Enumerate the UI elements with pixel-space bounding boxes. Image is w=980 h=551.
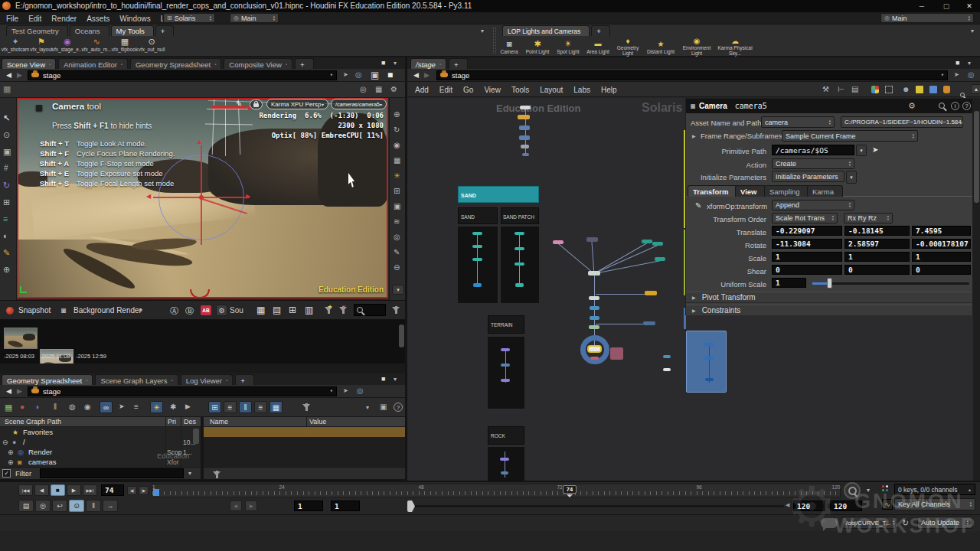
snapshot-thumbnail[interactable] xyxy=(4,328,38,349)
sop-node[interactable] xyxy=(514,247,524,250)
sliders-icon[interactable]: ‖ xyxy=(54,403,57,411)
net-menu-edit[interactable]: Edit xyxy=(439,86,452,94)
gallery-grid-icon[interactable]: ▥ xyxy=(305,305,313,315)
list-icon[interactable]: ▤ xyxy=(851,85,858,93)
shelf-tab-oceans[interactable]: Oceans xyxy=(70,25,109,36)
frame-ruler[interactable]: 1 24 48 72 96 120 74 xyxy=(152,484,841,497)
init-params-button[interactable]: Initialize Parameters xyxy=(772,171,844,182)
gallery-grid-icon[interactable]: ▤ xyxy=(273,305,281,315)
annotate-pencil-icon[interactable]: ✎ xyxy=(236,99,242,108)
col-value[interactable]: Value xyxy=(309,418,326,425)
strip-scrollbar[interactable] xyxy=(399,324,404,347)
key-all-channels-dropdown[interactable]: Key All Channels xyxy=(894,498,975,510)
range-end-field[interactable]: 120 xyxy=(793,500,825,511)
network-box-sand[interactable]: SAND xyxy=(458,207,498,224)
pin-path-icon[interactable]: ➤ xyxy=(954,71,959,78)
scale-x-field[interactable]: 1 xyxy=(772,252,842,262)
tab-geometry-spreadsheet-2[interactable]: Geometry Spreadsheet xyxy=(2,374,93,386)
minimize-button[interactable]: ─ xyxy=(911,0,933,12)
nav-back-icon[interactable]: ◀ xyxy=(6,71,11,79)
lop-node[interactable] xyxy=(590,316,599,320)
col-des[interactable]: Des xyxy=(184,418,196,425)
node-name-field[interactable]: camera5 xyxy=(735,102,767,110)
path-caret-icon[interactable]: ▾ xyxy=(330,72,333,78)
viewport-settings-icon[interactable]: ⚙ xyxy=(390,85,397,93)
lop-node[interactable] xyxy=(519,126,530,130)
col-scene-graph-path[interactable]: Scene Graph Path xyxy=(5,418,61,425)
net-menu-layout[interactable]: Layout xyxy=(540,86,563,94)
col-name[interactable]: Name xyxy=(210,418,228,425)
viewport-display-icon[interactable]: ⊕ xyxy=(394,110,400,119)
nav-forward-icon[interactable]: ▶ xyxy=(424,71,430,79)
expand-icon[interactable]: ⊕ xyxy=(8,458,14,466)
shelf-tool-vfx-flipbook[interactable]: ▦ vfx_flipbook xyxy=(112,37,138,52)
network-container[interactable] xyxy=(488,447,524,481)
list-mode-icon[interactable]: ≡ xyxy=(134,403,139,411)
network-box-rock[interactable]: ROCK xyxy=(488,426,524,445)
filter-clear-icon[interactable]: ✕ xyxy=(339,307,347,311)
tab-view[interactable]: View xyxy=(735,185,766,197)
keyframe-options-icon[interactable] xyxy=(844,482,861,499)
menu-edit[interactable]: Edit xyxy=(28,15,41,23)
prim-path-field[interactable]: /cameras/$OS xyxy=(772,145,854,155)
tree-view-icon[interactable]: ⊞ xyxy=(208,401,221,413)
tab-sampling[interactable]: Sampling xyxy=(764,185,809,197)
lop-node[interactable] xyxy=(589,296,599,300)
sop-node[interactable] xyxy=(501,364,510,367)
pane-menu-icon[interactable]: ▾ xyxy=(968,60,971,67)
lighting-toggle-icon[interactable]: ☀ xyxy=(150,401,163,413)
node-chooser-icon[interactable]: ➤ xyxy=(872,145,878,154)
viewport-collapse-icon[interactable]: ▾ xyxy=(392,285,404,295)
path-field[interactable]: stage ▾ xyxy=(28,386,337,396)
jump-end-button[interactable]: ▶▶| xyxy=(83,484,97,496)
tree-row-root[interactable]: ⊖ ● / 10... xyxy=(0,437,201,447)
compare-a-icon[interactable]: Ⓐ xyxy=(170,305,178,317)
pin-path-icon[interactable]: ➤ xyxy=(343,387,348,394)
shelf-tab-my-tools[interactable]: My Tools xyxy=(111,25,154,36)
note-yellow-icon[interactable] xyxy=(916,86,923,93)
scale-z-field[interactable]: 1 xyxy=(912,252,971,262)
keyframe-colors-icon[interactable] xyxy=(882,485,890,493)
network-box-blue[interactable] xyxy=(686,331,727,393)
step-forward-button[interactable]: |▶ xyxy=(139,486,149,495)
filter-caret-icon[interactable]: ▾ xyxy=(188,470,191,477)
lop-node[interactable] xyxy=(520,106,531,109)
select-tool-icon[interactable]: ↖ xyxy=(3,113,10,123)
lighting-mode-icon[interactable]: ☀ xyxy=(394,171,400,180)
viewport-tool-icon[interactable]: ▣ xyxy=(3,147,11,157)
tab-scene-view[interactable]: Scene View xyxy=(2,58,56,70)
net-menu-view[interactable]: View xyxy=(484,86,501,94)
jar-icon[interactable] xyxy=(943,86,950,93)
desktop-selector[interactable]: ⊞ Solaris xyxy=(163,13,215,23)
viewport-display-icon[interactable]: ⊖ xyxy=(394,263,400,272)
channel-wave-icon[interactable]: ∿ xyxy=(882,499,893,510)
viewport-tool-icon[interactable]: ↻ xyxy=(3,181,10,191)
tab-transform[interactable]: Transform xyxy=(688,185,737,197)
viewport-scene[interactable]: ▲ ◀ ▶ ✎ Karma XPU Persp ▾ /cameras/camer… xyxy=(17,98,388,298)
menu-assets[interactable]: Assets xyxy=(87,15,109,23)
translate-x-field[interactable]: -0.229097 xyxy=(772,226,842,236)
viewport-display-icon[interactable]: ↻ xyxy=(394,126,400,134)
sop-node[interactable] xyxy=(515,283,524,287)
range-slider[interactable] xyxy=(407,505,784,507)
nav-forward-icon[interactable]: ▶ xyxy=(17,387,22,395)
shelf-right-overflow-icon[interactable]: ▾ xyxy=(971,28,974,34)
lop-node[interactable] xyxy=(704,357,714,360)
lop-node[interactable] xyxy=(655,257,665,261)
uniform-scale-field[interactable]: 1 xyxy=(772,278,806,288)
shelf-tool-vfx-auto[interactable]: ∿ vfx_auto_m... xyxy=(82,37,111,52)
viewport-tool-icon[interactable]: ✎ xyxy=(3,248,10,258)
range-end2-field[interactable]: 120 xyxy=(830,500,862,511)
grid-view-icon[interactable]: ▦ xyxy=(270,401,283,413)
path-field[interactable]: stage ▾ xyxy=(28,70,337,80)
viewport-tool-icon[interactable]: ◐ xyxy=(3,231,8,240)
viewport-tool-icon[interactable]: # xyxy=(4,164,8,172)
follow-selection-icon[interactable]: ◎ xyxy=(357,386,364,395)
scale-y-field[interactable]: 1 xyxy=(844,252,910,262)
hover-grid-icon[interactable]: ▦ xyxy=(3,84,11,94)
play-to-icon[interactable]: ▶ xyxy=(185,403,191,410)
lop-node[interactable] xyxy=(705,378,714,381)
sop-node[interactable] xyxy=(472,258,482,261)
shelf-tool-vfx-stage[interactable]: ◉ vfx_stage_e... xyxy=(54,37,81,52)
rotate-z-field[interactable]: -0.000178107 xyxy=(912,239,971,249)
